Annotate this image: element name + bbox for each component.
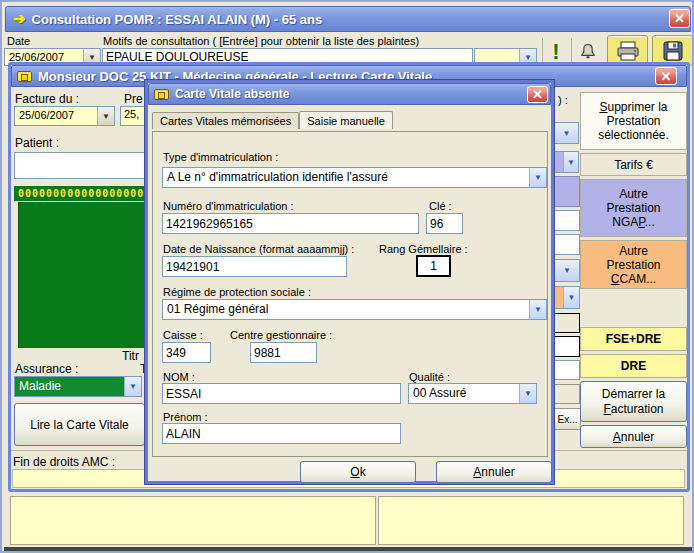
hidden-combo-2[interactable]: ▼ (554, 151, 579, 173)
type-immatriculation-label: Type d'immatriculation : (163, 151, 278, 163)
type-dropdown-icon[interactable]: ▼ (529, 168, 546, 187)
autre-prestation-ccam-button[interactable]: Autre Prestation CCAM... (580, 240, 687, 289)
ex-button-clipped[interactable]: Ex... (554, 408, 581, 430)
bottom-edge-bar (4, 547, 694, 553)
centre-gestionnaire-label: Centre gestionnaire : (230, 329, 332, 341)
facture-date-value: 25/06/2007 (15, 107, 97, 125)
outer-window-title: Consultation POMR : ESSAI ALAIN (M) - 65… (32, 12, 323, 27)
floppy-save-icon (663, 41, 683, 61)
supprimer-rest: upprimer la Prestation sélectionnée. (598, 100, 669, 142)
app-arrow-icon: ➔ (13, 10, 26, 28)
hidden-combo-2-dropdown-icon[interactable]: ▼ (563, 152, 578, 172)
hidden-combo-3-dropdown-icon[interactable]: ▼ (555, 260, 579, 281)
type-immatriculation-combo[interactable]: A Le n° d'immatriculation identifie l'as… (162, 167, 547, 188)
bottom-right-panel (378, 496, 684, 545)
tab-cartes-memorisees[interactable]: Cartes Vitales mémorisées (152, 112, 299, 129)
regime-combo[interactable]: 01 Régime général ▼ (162, 299, 547, 320)
supprimer-prestation-button[interactable]: Supprimer la Prestation sélectionnée. (580, 92, 687, 150)
assurance-dropdown-icon[interactable]: ▼ (124, 377, 141, 396)
dialog-vitale-card-icon (154, 89, 169, 100)
bottom-left-panel (10, 496, 376, 545)
prenom-input[interactable] (162, 423, 401, 444)
dialog-close-button[interactable]: ✕ (527, 86, 548, 103)
dre-button[interactable]: DRE (580, 354, 687, 378)
rang-gemellaire-label: Rang Gémellaire : (379, 243, 468, 255)
regime-label: Régime de protection sociale : (163, 286, 311, 298)
tab-saisie-manuelle[interactable]: Saisie manuelle (299, 111, 393, 129)
dialog-tabs: Cartes Vitales mémoriséesSaisie manuelle (152, 111, 393, 129)
centre-gestionnaire-input[interactable] (250, 342, 317, 363)
nom-label: NOM : (163, 371, 195, 383)
prestation-label-clipped: Pre (124, 92, 143, 106)
prestation-field-clipped[interactable]: 25, (120, 106, 145, 126)
dialog-annuler-button[interactable]: Annuler (436, 461, 552, 483)
vitale-card-icon (17, 71, 32, 82)
numero-immatriculation-input[interactable] (162, 213, 419, 234)
beneficiary-list-area[interactable] (18, 202, 145, 348)
hidden-field-3[interactable] (554, 360, 580, 380)
outer-close-button[interactable]: ✕ (669, 9, 690, 28)
patient-input[interactable] (14, 152, 145, 179)
regime-value: 01 Régime général (163, 300, 529, 319)
card-slots-row: 0000000000000000000000 (14, 186, 145, 201)
caisse-label: Caisse : (163, 329, 203, 341)
fin-droits-amc-label: Fin de droits AMC : (13, 455, 115, 469)
outer-window-titlebar: ➔ Consultation POMR : ESSAI ALAIN (M) - … (5, 6, 691, 32)
dialog-title: Carte Vitale absente (175, 87, 290, 101)
numero-immatriculation-label: Numéro d'immatriculation : (163, 200, 293, 212)
qualite-value: 00 Assuré (409, 384, 519, 403)
caisse-input[interactable] (162, 342, 211, 363)
hidden-combo-3[interactable]: ▼ (554, 259, 580, 282)
hidden-combo-4-dropdown-icon[interactable]: ▼ (563, 287, 579, 308)
clipped-paren-label: ) : (558, 94, 568, 106)
facture-date-combo[interactable]: 25/06/2007 ▼ (14, 106, 115, 126)
fse-dre-button[interactable]: FSE+DRE (580, 327, 687, 351)
tarifs-button[interactable]: Tarifs € (580, 153, 687, 176)
facture-date-dropdown-icon[interactable]: ▼ (97, 107, 114, 125)
hidden-cell-2 (554, 336, 580, 357)
qualite-label: Qualité : (409, 371, 450, 383)
assurance-label: Assurance : (15, 362, 78, 376)
prenom-label: Prénom : (163, 411, 208, 423)
printer-icon (616, 41, 640, 61)
nom-input[interactable] (162, 383, 401, 404)
titre-label-clipped: Titr (122, 349, 139, 363)
bell-icon (578, 42, 598, 62)
type-immatriculation-value: A Le n° d'immatriculation identifie l'as… (163, 168, 529, 187)
qualite-combo[interactable]: 00 Assuré ▼ (408, 383, 537, 404)
patient-label: Patient : (15, 136, 59, 150)
hidden-cell-1 (554, 313, 580, 333)
carte-vitale-dialog: Carte Vitale absente ✕ Cartes Vitales mé… (145, 80, 554, 484)
hidden-combo-4[interactable]: ▼ (554, 286, 580, 309)
demarrer-facturation-button[interactable]: Démarrer la Facturation (580, 381, 687, 422)
dialog-ok-button[interactable]: Ok (300, 461, 416, 483)
hidden-lavender-cell (554, 176, 580, 207)
date-label: Date (7, 35, 30, 47)
facturation-annuler-button[interactable]: Annuler (580, 425, 687, 448)
hidden-field-1[interactable] (554, 210, 580, 231)
cle-label: Clé : (429, 200, 452, 212)
hidden-combo-1[interactable]: ▼ (554, 122, 579, 144)
hidden-combo-1-dropdown-icon[interactable]: ▼ (555, 123, 578, 143)
rang-gemellaire-input[interactable] (416, 255, 451, 277)
regime-dropdown-icon[interactable]: ▼ (529, 300, 546, 319)
hidden-field-2[interactable] (554, 234, 580, 255)
autre-prestation-ngap-button[interactable]: Autre Prestation NGAP... (580, 179, 687, 237)
motifs-label: Motifs de consultation ( [Entrée] pour o… (103, 35, 419, 47)
facturation-close-button[interactable]: ✕ (655, 67, 677, 85)
app-screen: ➔ Consultation POMR : ESSAI ALAIN (M) - … (0, 0, 694, 553)
assurance-value: Maladie (15, 377, 124, 396)
cle-input[interactable] (426, 213, 463, 234)
hidden-cell-3 (554, 384, 580, 404)
qualite-dropdown-icon[interactable]: ▼ (519, 384, 536, 403)
lire-carte-vitale-button[interactable]: Lire la Carte Vitale (14, 403, 145, 446)
facture-du-label: Facture du : (15, 92, 79, 106)
date-naissance-label: Date de Naissance (format aaaammjj) : (163, 243, 354, 255)
assurance-combo[interactable]: Maladie ▼ (14, 376, 142, 397)
date-naissance-input[interactable] (162, 256, 347, 277)
dialog-titlebar: Carte Vitale absente (148, 83, 551, 105)
